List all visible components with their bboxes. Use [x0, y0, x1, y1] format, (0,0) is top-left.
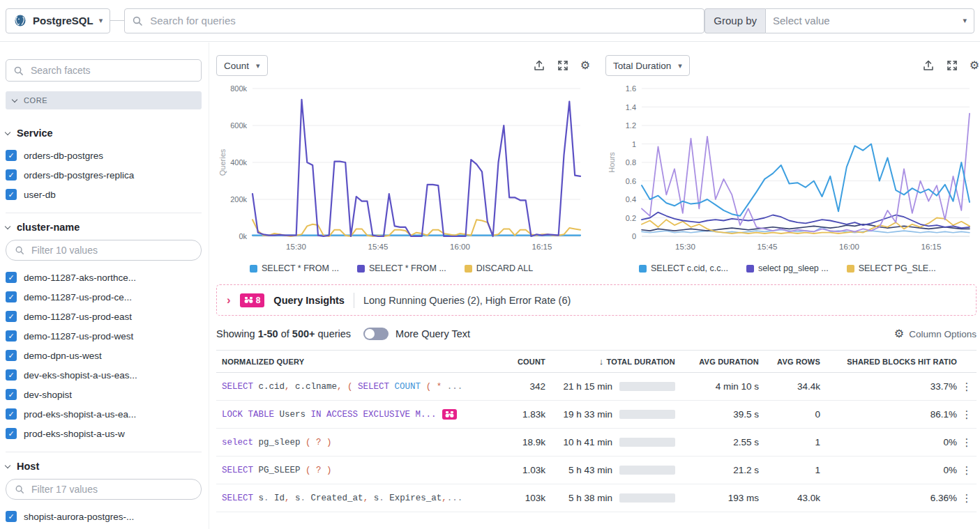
core-group-header[interactable]: CORE: [6, 91, 202, 109]
checked-checkbox[interactable]: ✓: [6, 369, 17, 381]
facet-item-label: demo-11287-us-prod-east: [24, 312, 132, 322]
query-insight-badge[interactable]: [442, 409, 457, 420]
legend-swatch: [250, 265, 257, 273]
avg-rows-cell: 34.4k: [759, 381, 820, 392]
column-header[interactable]: NORMALIZED QUERY: [216, 358, 501, 366]
facet-filter-input[interactable]: [30, 244, 193, 256]
row-menu-button[interactable]: ⋮: [957, 465, 977, 475]
facet-item[interactable]: ✓demo-11287-us-prod-east: [6, 307, 202, 326]
y-tick-label: 400k: [230, 158, 247, 167]
chevron-down-icon: ▾: [963, 16, 967, 25]
facet-item[interactable]: ✓shopist-aurora-postgres-...: [6, 507, 202, 526]
normalized-query-cell[interactable]: select pg_sleep ( ? ): [216, 438, 501, 447]
column-header-label: AVG ROWS: [777, 358, 820, 366]
metric-selector-duration[interactable]: Total Duration ▾: [605, 55, 690, 76]
gear-icon: ⚙: [894, 328, 904, 339]
checked-checkbox[interactable]: ✓: [6, 291, 17, 302]
fullscreen-icon[interactable]: [557, 59, 569, 72]
legend-item[interactable]: SELECT PG_SLE...: [847, 263, 936, 273]
group-by-select[interactable]: Select value ▾: [765, 8, 974, 33]
legend-item[interactable]: select pg_sleep ...: [746, 263, 829, 273]
legend-item[interactable]: SELECT * FROM ...: [250, 263, 339, 273]
hit-ratio-cell: 0%: [820, 465, 957, 475]
facet-item[interactable]: ✓dev-eks-shopist-a-us-eas...: [6, 365, 202, 385]
checked-checkbox[interactable]: ✓: [6, 169, 17, 181]
facet-title: Service: [17, 128, 53, 139]
checked-checkbox[interactable]: ✓: [6, 311, 17, 322]
facet-item[interactable]: ✓demo-dpn-us-west: [6, 346, 202, 365]
facet-search-box[interactable]: [6, 59, 202, 82]
duration-bar: [619, 410, 675, 419]
table-row[interactable]: select pg_sleep ( ? )18.9k10 h 41 min2.5…: [216, 429, 977, 457]
database-selector[interactable]: PostgreSQL ▾: [6, 8, 110, 33]
checked-checkbox[interactable]: ✓: [6, 350, 17, 361]
checked-checkbox[interactable]: ✓: [6, 428, 17, 439]
more-query-text-toggle[interactable]: [363, 328, 389, 340]
checked-checkbox[interactable]: ✓: [6, 272, 17, 283]
fullscreen-icon[interactable]: [946, 59, 958, 72]
gear-icon[interactable]: ⚙: [970, 60, 979, 71]
results-meta-row: Showing 1-50 of 500+ queries More Query …: [216, 328, 977, 340]
query-search-input[interactable]: [149, 14, 697, 27]
column-header[interactable]: COUNT: [501, 358, 545, 366]
checked-checkbox[interactable]: ✓: [6, 189, 17, 200]
facet-header-host[interactable]: Host: [6, 458, 202, 479]
sort-descending-icon[interactable]: ↓: [599, 356, 604, 367]
normalized-query-cell[interactable]: SELECT c.cid, c.clname, ( SELECT COUNT (…: [216, 382, 501, 392]
query-insights-banner[interactable]: › 8 Query Insights Long Running Queries …: [216, 284, 977, 316]
legend-item[interactable]: DISCARD ALL: [465, 263, 533, 273]
export-icon[interactable]: [922, 59, 935, 72]
table-row[interactable]: SELECT PG_SLEEP ( ? )1.03k5 h 43 min21.2…: [216, 457, 977, 484]
facet-item[interactable]: ✓orders-db-postgres: [6, 146, 202, 165]
row-menu-button[interactable]: ⋮: [957, 437, 977, 447]
showing-total: 500+: [292, 328, 315, 339]
legend-item[interactable]: SELECT * FROM ...: [357, 263, 446, 273]
gear-icon[interactable]: ⚙: [580, 60, 590, 71]
normalized-query-cell[interactable]: SELECT s. Id, s. Created_at, s. Expires_…: [216, 493, 501, 503]
insights-count-badge: 8: [240, 293, 265, 307]
query-search-box[interactable]: [124, 8, 704, 33]
legend-swatch: [746, 265, 754, 273]
column-header[interactable]: SHARED BLOCKS HIT RATIO: [820, 358, 957, 366]
facet-item[interactable]: ✓prod-eks-shopist-a-us-w: [6, 424, 202, 443]
row-menu-button[interactable]: ⋮: [957, 381, 977, 392]
checked-checkbox[interactable]: ✓: [6, 150, 17, 161]
facet-header-cluster-name[interactable]: cluster-name: [6, 219, 202, 240]
checked-checkbox[interactable]: ✓: [6, 408, 17, 420]
row-menu-button[interactable]: ⋮: [957, 409, 977, 420]
facet-item[interactable]: ✓demo-11287-aks-northce...: [6, 268, 202, 287]
facet-filter-box[interactable]: [6, 240, 202, 261]
showing-range: 1-50: [258, 328, 278, 339]
export-icon[interactable]: [533, 59, 545, 72]
row-menu-button[interactable]: ⋮: [957, 493, 977, 503]
facet-item[interactable]: ✓demo-11287-us-prod-west: [6, 326, 202, 346]
facet-filter-box[interactable]: [6, 479, 202, 500]
facet-item[interactable]: ✓prod-eks-shopist-a-us-ea...: [6, 404, 202, 424]
column-header-label: NORMALIZED QUERY: [222, 358, 304, 366]
column-options-button[interactable]: ⚙ Column Options: [894, 328, 977, 339]
column-header[interactable]: AVG ROWS: [759, 358, 820, 366]
total-duration-value: 5 h 43 min: [568, 465, 612, 475]
search-icon: [13, 66, 24, 76]
table-row[interactable]: LOCK TABLE Users IN ACCESS EXCLUSIVE M..…: [216, 401, 977, 429]
facet-item[interactable]: ✓dev-shopist: [6, 385, 202, 404]
normalized-query-cell[interactable]: LOCK TABLE Users IN ACCESS EXCLUSIVE M..…: [216, 409, 501, 420]
checked-checkbox[interactable]: ✓: [6, 511, 17, 522]
metric-selector-count[interactable]: Count ▾: [216, 55, 268, 76]
legend-item[interactable]: SELECT c.cid, c.c...: [639, 263, 728, 273]
facet-search-input[interactable]: [29, 64, 194, 77]
facet-header-service[interactable]: Service: [6, 125, 202, 146]
facet-item[interactable]: ✓demo-11287-us-prod-ce...: [6, 287, 202, 307]
facet-item[interactable]: ✓orders-db-postgres-replica: [6, 165, 202, 185]
checked-checkbox[interactable]: ✓: [6, 330, 17, 342]
chevron-right-icon[interactable]: ›: [227, 294, 231, 306]
checked-checkbox[interactable]: ✓: [6, 389, 17, 400]
table-row[interactable]: SELECT c.cid, c.clname, ( SELECT COUNT (…: [216, 373, 977, 401]
normalized-query-cell[interactable]: SELECT PG_SLEEP ( ? ): [216, 466, 501, 475]
table-row[interactable]: SELECT s. Id, s. Created_at, s. Expires_…: [216, 484, 977, 512]
column-header[interactable]: AVG DURATION: [675, 358, 759, 366]
core-group-label: CORE: [24, 96, 47, 105]
facet-filter-input[interactable]: [30, 483, 193, 496]
facet-item[interactable]: ✓user-db: [6, 185, 202, 204]
column-header[interactable]: ↓TOTAL DURATION: [545, 356, 675, 367]
